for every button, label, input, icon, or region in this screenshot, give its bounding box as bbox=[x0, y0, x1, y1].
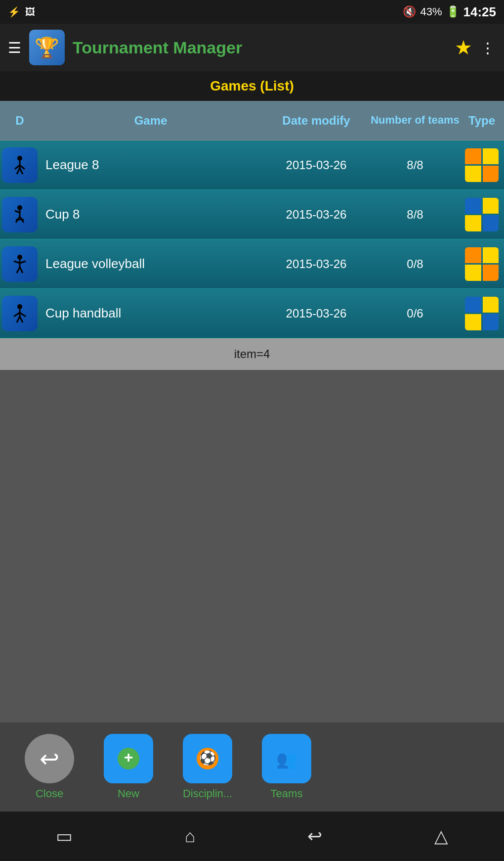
game-date: 2015-03-26 bbox=[262, 208, 371, 222]
item-count: item=4 bbox=[234, 347, 270, 361]
app-bar: ☰ 🏆 Tournament Manager ★ ⋮ bbox=[0, 24, 504, 71]
sport-icon-cell bbox=[0, 296, 40, 331]
col-header-game: Game bbox=[40, 114, 262, 128]
discipline-label: Disciplin... bbox=[183, 787, 232, 800]
league8-sport-icon bbox=[2, 147, 38, 183]
nav-teams-button[interactable]: 👥 Teams bbox=[247, 734, 326, 800]
grid-cell bbox=[483, 198, 499, 214]
cup8-sport-icon bbox=[2, 197, 38, 232]
teams-count: 8/8 bbox=[371, 158, 460, 172]
teams-icon: 👥 bbox=[262, 734, 311, 783]
grid-cell bbox=[465, 297, 481, 313]
type-icon-cell bbox=[460, 297, 504, 330]
volleyball-sport-icon bbox=[2, 246, 38, 282]
col-header-type: Type bbox=[460, 114, 504, 128]
svg-line-23 bbox=[20, 317, 23, 322]
nav-close-button[interactable]: ↩ Close bbox=[10, 734, 89, 800]
grid-cell bbox=[465, 314, 481, 330]
grid-cell bbox=[483, 148, 499, 165]
favorite-button[interactable]: ★ bbox=[455, 36, 472, 59]
grid-cell bbox=[483, 215, 499, 231]
svg-point-18 bbox=[17, 304, 22, 309]
league-type-icon bbox=[465, 148, 499, 182]
nav-new-button[interactable]: + New bbox=[89, 734, 168, 800]
game-name: Cup 8 bbox=[40, 207, 262, 222]
more-options-button[interactable]: ⋮ bbox=[480, 39, 496, 56]
status-bar-right: 🔇 43% 🔋 14:25 bbox=[403, 4, 496, 20]
svg-text:👥: 👥 bbox=[276, 749, 297, 770]
table-row[interactable]: League 8 2015-03-26 8/8 bbox=[0, 140, 504, 190]
svg-text:⚽: ⚽ bbox=[199, 750, 216, 766]
sport-icon-cell bbox=[0, 147, 40, 183]
svg-line-17 bbox=[20, 267, 23, 273]
grid-cell bbox=[465, 166, 481, 182]
battery-level: 43% bbox=[420, 5, 442, 18]
nav-discipline-button[interactable]: ⚽ Disciplin... bbox=[168, 734, 247, 800]
teams-label: Teams bbox=[271, 787, 303, 800]
svg-line-22 bbox=[17, 317, 20, 322]
league-type-icon bbox=[465, 247, 499, 281]
cup-type-icon bbox=[465, 297, 499, 330]
teams-count: 0/6 bbox=[371, 307, 460, 320]
item-count-bar: item=4 bbox=[0, 338, 504, 370]
grid-cell bbox=[483, 247, 499, 264]
grid-cell bbox=[465, 215, 481, 231]
usb-icon: ⚡ bbox=[8, 6, 20, 18]
app-title: Tournament Manager bbox=[73, 38, 447, 57]
status-bar: ⚡ 🖼 🔇 43% 🔋 14:25 bbox=[0, 0, 504, 24]
svg-point-6 bbox=[17, 205, 22, 210]
system-nav: ▭ ⌂ ↩ △ bbox=[0, 812, 504, 861]
discipline-icon: ⚽ bbox=[183, 734, 232, 783]
svg-line-16 bbox=[17, 267, 20, 273]
svg-line-15 bbox=[20, 261, 26, 263]
teams-count: 8/8 bbox=[371, 208, 460, 222]
home-button[interactable]: ⌂ bbox=[185, 826, 196, 847]
game-date: 2015-03-26 bbox=[262, 307, 371, 320]
svg-line-21 bbox=[20, 313, 26, 317]
game-date: 2015-03-26 bbox=[262, 158, 371, 172]
grid-cell bbox=[465, 148, 481, 165]
table-row[interactable]: Cup handball 2015-03-26 0/6 bbox=[0, 289, 504, 338]
grid-cell bbox=[483, 265, 499, 281]
bottom-nav: ↩ Close + New ⚽ Disciplin... 👥 bbox=[0, 723, 504, 812]
game-date: 2015-03-26 bbox=[262, 257, 371, 271]
grid-cell bbox=[465, 198, 481, 214]
close-label: Close bbox=[36, 787, 63, 800]
table-row[interactable]: Cup 8 2015-03-26 8/8 bbox=[0, 190, 504, 239]
svg-line-4 bbox=[17, 168, 20, 174]
col-header-d: D bbox=[0, 114, 40, 128]
svg-line-20 bbox=[14, 313, 20, 317]
sport-icon-cell bbox=[0, 246, 40, 282]
type-icon-cell bbox=[460, 198, 504, 231]
back-button[interactable]: ↩ bbox=[307, 826, 322, 847]
grid-cell bbox=[483, 166, 499, 182]
clock: 14:25 bbox=[463, 4, 497, 20]
grid-cell bbox=[465, 265, 481, 281]
game-name: League volleyball bbox=[40, 256, 262, 272]
svg-point-12 bbox=[17, 255, 22, 260]
grid-cell bbox=[483, 314, 499, 330]
sport-icon-cell bbox=[0, 197, 40, 232]
teams-count: 0/8 bbox=[371, 257, 460, 271]
game-name: Cup handball bbox=[40, 306, 262, 321]
menu-button[interactable]: ☰ bbox=[8, 39, 21, 56]
table-row[interactable]: League volleyball 2015-03-26 0/8 bbox=[0, 239, 504, 289]
close-icon: ↩ bbox=[25, 734, 74, 783]
svg-point-0 bbox=[17, 156, 22, 161]
page-title-bar: Games (List) bbox=[0, 71, 504, 101]
svg-text:+: + bbox=[124, 748, 133, 766]
app-logo: 🏆 bbox=[29, 30, 65, 65]
recents-button[interactable]: ▭ bbox=[56, 826, 73, 847]
grid-cell bbox=[465, 247, 481, 264]
new-icon: + bbox=[104, 734, 153, 783]
col-header-teams: Number of teams bbox=[371, 114, 460, 127]
up-button[interactable]: △ bbox=[434, 826, 448, 847]
table-header: D Game Date modify Number of teams Type bbox=[0, 101, 504, 140]
type-icon-cell bbox=[460, 148, 504, 182]
col-header-date: Date modify bbox=[262, 114, 371, 128]
game-name: League 8 bbox=[40, 157, 262, 173]
type-icon-cell bbox=[460, 247, 504, 281]
games-list: League 8 2015-03-26 8/8 bbox=[0, 140, 504, 338]
svg-line-14 bbox=[14, 261, 20, 263]
new-label: New bbox=[118, 787, 139, 800]
